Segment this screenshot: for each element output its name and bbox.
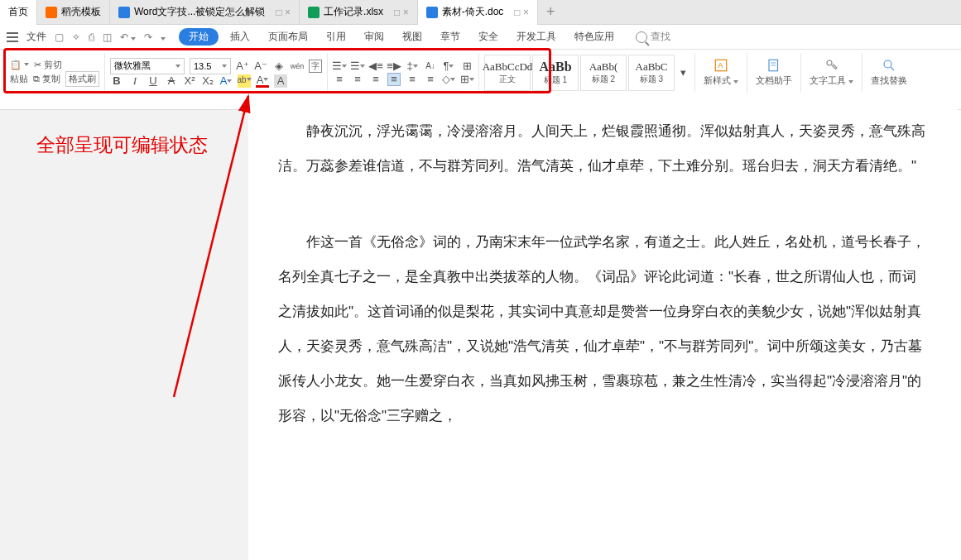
left-margin-area [0, 110, 248, 560]
paste-label[interactable]: 粘贴 [10, 73, 28, 85]
showmarks-icon[interactable]: ¶ [442, 60, 455, 73]
align-justify-icon[interactable]: ≡ [387, 73, 401, 86]
styles-more-icon[interactable]: ▾ [676, 66, 690, 79]
font-name-select[interactable]: 微软雅黑 [110, 58, 185, 74]
quick-access-toolbar: 文件 ▢ ✧ ⎙ ◫ ↶ ↷ 开始 插入 页面布局 引用 审阅 视图 章节 安全… [0, 25, 961, 50]
cut-button[interactable]: ✂ 剪切 [34, 59, 62, 71]
paste-button[interactable]: 📋 [10, 60, 29, 70]
search-box[interactable]: 查找 [636, 30, 670, 44]
tab-label: 稻壳模板 [61, 5, 101, 19]
menu-ref[interactable]: 引用 [320, 28, 353, 45]
word-icon [426, 7, 438, 18]
ribbon-menu: 开始 插入 页面布局 引用 审阅 视图 章节 安全 开发工具 特色应用 [179, 28, 621, 45]
format-painter[interactable]: 格式刷 [65, 71, 99, 87]
menu-layout[interactable]: 页面布局 [262, 28, 315, 45]
word-icon [118, 7, 130, 18]
char-shading-icon[interactable]: A [274, 74, 287, 88]
paragraph: 静夜沉沉，浮光霭霭，冷浸溶溶月。人间天上，烂银霞照通彻。浑似姑射真人，天姿灵秀，… [278, 114, 928, 184]
style-h3[interactable]: AaBbC标题 3 [628, 55, 675, 91]
document-body[interactable]: 静夜沉沉，浮光霭霭，冷浸溶溶月。人间天上，烂银霞照通彻。浑似姑射真人，天姿灵秀，… [248, 98, 958, 560]
blank-line [278, 187, 928, 222]
menu-special[interactable]: 特色应用 [568, 28, 621, 45]
file-menu[interactable]: 文件 [26, 30, 46, 44]
tab-label: Word文字技...被锁定怎么解锁 [134, 5, 265, 19]
tab-label: 素材-倚天.doc [442, 5, 504, 19]
align-center-icon[interactable]: ≡ [351, 73, 364, 86]
open-icon[interactable]: ✧ [72, 31, 80, 43]
indent-dec-icon[interactable]: ◀≡ [369, 60, 382, 73]
char-border-icon[interactable]: 字 [309, 60, 322, 73]
font-size-select[interactable]: 13.5 [190, 58, 231, 74]
bullets-icon[interactable]: ☰ [333, 60, 346, 73]
preview-icon[interactable]: ◫ [103, 31, 112, 43]
new-icon[interactable]: ▢ [55, 31, 64, 43]
tab-doc-1[interactable]: Word文字技...被锁定怎么解锁□ × [110, 0, 300, 25]
find-replace-button[interactable]: 查找替换 [862, 53, 915, 93]
line-spacing-icon[interactable]: ‡ [406, 60, 419, 73]
distribute-char-icon[interactable]: ≡ [424, 73, 437, 86]
bold-icon[interactable]: B [110, 74, 123, 88]
redo-icon[interactable]: ↷ [144, 31, 152, 43]
menu-start[interactable]: 开始 [179, 28, 219, 45]
indent-inc-icon[interactable]: ≡▶ [387, 60, 401, 73]
tab-home[interactable]: 首页 [0, 0, 37, 25]
search-label: 查找 [651, 30, 670, 44]
undo-icon[interactable]: ↶ [120, 31, 136, 43]
text-effects-icon[interactable]: A [219, 74, 233, 88]
tab-label: 首页 [8, 5, 28, 19]
new-style-button[interactable]: A 新样式 [695, 53, 747, 93]
style-h2[interactable]: AaBb(标题 2 [580, 55, 627, 91]
menu-security[interactable]: 安全 [472, 28, 505, 45]
clear-format-icon[interactable]: ◈ [272, 60, 286, 73]
tab-controls[interactable]: □ × [276, 7, 291, 18]
highlight-icon[interactable]: ab [238, 74, 251, 88]
font-color-icon[interactable]: A [256, 74, 269, 88]
subscript-icon[interactable]: X₂ [201, 74, 214, 88]
annotation-text: 全部呈现可编辑状态 [36, 132, 208, 158]
search-icon [636, 31, 647, 43]
paragraph: 作这一首《无俗念》词的，乃南宋末年一位武学名家，有道之士。此人姓丘，名处机，道号… [278, 225, 928, 433]
align-left-icon[interactable]: ≡ [333, 73, 346, 86]
distribute-icon[interactable]: ≡ [406, 73, 419, 86]
menu-review[interactable]: 审阅 [358, 28, 391, 45]
copy-button[interactable]: ⧉ 复制 [33, 73, 60, 85]
menu-insert[interactable]: 插入 [223, 28, 257, 45]
menu-section[interactable]: 章节 [434, 28, 467, 45]
align-right-icon[interactable]: ≡ [369, 73, 382, 86]
style-h1[interactable]: AaBb标题 1 [532, 55, 579, 91]
tab-doc-2[interactable]: 工作记录.xlsx□ × [300, 0, 418, 25]
hamburger-icon[interactable] [7, 32, 18, 42]
increase-font-icon[interactable]: A⁺ [236, 60, 249, 73]
tab-controls[interactable]: □ × [514, 7, 529, 18]
new-tab-button[interactable]: + [538, 3, 564, 21]
svg-point-5 [827, 60, 832, 65]
menu-view[interactable]: 视图 [396, 28, 429, 45]
print-icon[interactable]: ⎙ [89, 31, 94, 43]
decrease-font-icon[interactable]: A⁻ [254, 60, 267, 73]
tab-doc-3[interactable]: 素材-倚天.doc□ × [418, 0, 538, 25]
style-normal[interactable]: AaBbCcDd正文 [484, 55, 531, 91]
tab-bar: 首页 稻壳模板 Word文字技...被锁定怎么解锁□ × 工作记录.xlsx□ … [0, 0, 961, 25]
italic-icon[interactable]: I [128, 74, 142, 88]
menu-dev[interactable]: 开发工具 [510, 28, 563, 45]
svg-line-7 [891, 67, 894, 70]
borders-icon[interactable]: ⊞ [460, 73, 473, 86]
superscript-icon[interactable]: X² [183, 74, 196, 88]
text-tools-button[interactable]: 文字工具 [801, 53, 862, 93]
numbering-icon[interactable]: ☰ [351, 60, 364, 73]
phonetic-icon[interactable]: wén [291, 60, 304, 73]
shading-icon[interactable]: ◇ [442, 73, 455, 86]
excel-icon [308, 7, 320, 18]
ribbon: 📋 ✂ 剪切 粘贴 ⧉ 复制 格式刷 微软雅黑 13.5 A⁺ A⁻ ◈ wén… [0, 50, 961, 95]
svg-text:A: A [718, 61, 723, 69]
dropdown-icon[interactable] [161, 31, 166, 43]
sort-icon[interactable]: A↓ [424, 60, 437, 73]
doc-assistant-button[interactable]: 文档助手 [747, 53, 801, 93]
styles-gallery: AaBbCcDd正文 AaBb标题 1 AaBb(标题 2 AaBbC标题 3 … [479, 53, 695, 93]
tabs-icon[interactable]: ⊞ [460, 60, 473, 73]
tab-controls[interactable]: □ × [394, 7, 409, 18]
strike-icon[interactable]: A [165, 74, 178, 88]
tab-templates[interactable]: 稻壳模板 [37, 0, 110, 25]
underline-icon[interactable]: U [147, 74, 160, 88]
paragraph-group: ☰ ☰ ◀≡ ≡▶ ‡ A↓ ¶ ⊞ ≡ ≡ ≡ ≡ ≡ ≡ ◇ ⊞ [328, 53, 479, 93]
